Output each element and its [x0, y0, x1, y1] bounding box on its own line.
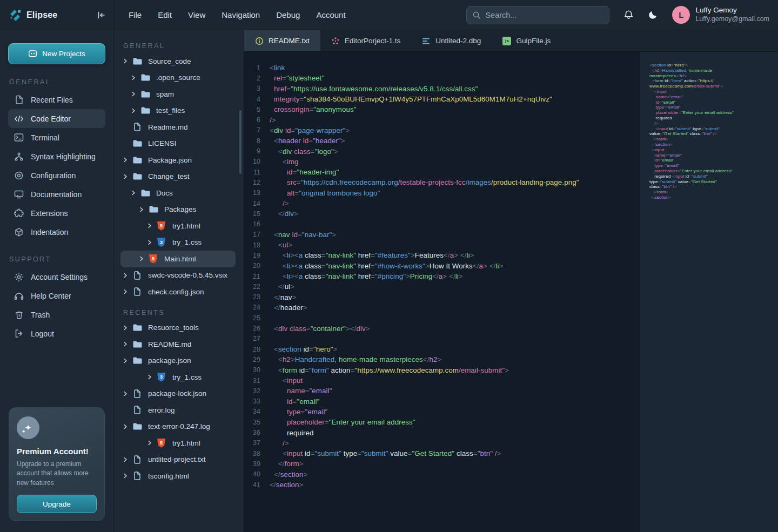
- chevron-right-icon[interactable]: [131, 91, 138, 97]
- tree-item-packages[interactable]: Packages: [120, 201, 236, 218]
- tree-item-package.json[interactable]: Package.json: [120, 152, 236, 169]
- chevron-right-icon[interactable]: [123, 174, 130, 179]
- line-number: 12: [244, 179, 260, 186]
- tree-item-untlited-project.txt[interactable]: untlited-project.txt: [120, 452, 236, 468]
- menu-item-navigation[interactable]: Navigation: [216, 7, 265, 23]
- folder-icon: [140, 73, 150, 82]
- sidebar-item-logout[interactable]: Logout: [8, 324, 105, 343]
- sidebar-item-extensions[interactable]: Extensions: [8, 204, 105, 223]
- new-projects-label: New Projects: [42, 50, 85, 58]
- chevron-right-icon[interactable]: [147, 374, 155, 380]
- tree-item-readme.md[interactable]: README.md: [120, 336, 236, 353]
- sidebar-item-indentation[interactable]: Indentation: [8, 223, 105, 241]
- code-text: rel="stylesheet": [270, 74, 324, 82]
- line-number: 31: [244, 377, 260, 385]
- chevron-right-icon[interactable]: [123, 289, 130, 294]
- chevron-right-icon[interactable]: [123, 341, 130, 347]
- sidebar-item-syntax-highlighting[interactable]: Syntax Highlighting: [8, 147, 105, 166]
- chevron-right-icon[interactable]: [123, 157, 130, 163]
- line-number: 14: [244, 200, 260, 207]
- sidebar-nav: GENERALRecent FilesCode EditorTerminalSy…: [0, 64, 113, 343]
- chevron-right-icon[interactable]: [123, 273, 130, 278]
- dark-mode-moon-icon[interactable]: [648, 10, 658, 20]
- tree-item-.open-source[interactable]: .open_source: [120, 70, 236, 86]
- tree-item-docs[interactable]: Docs: [120, 185, 236, 201]
- tree-item-resuorce-tools[interactable]: Resuorce_tools: [120, 320, 236, 336]
- chevron-right-icon[interactable]: [147, 240, 155, 245]
- chevron-right-icon[interactable]: [123, 325, 130, 331]
- tree-item-main.html[interactable]: 5Main.html: [120, 251, 236, 267]
- tab-untlited-2.dbg[interactable]: Untlited-2.dbg: [411, 30, 492, 51]
- chevron-right-icon[interactable]: [147, 223, 155, 228]
- tree-item-try1.html[interactable]: 5try1.html: [120, 435, 236, 452]
- chevron-right-icon[interactable]: [123, 358, 130, 363]
- search-input[interactable]: [485, 11, 593, 19]
- code-line: 10<img: [244, 157, 639, 167]
- chevron-right-icon[interactable]: [139, 256, 146, 261]
- chevron-right-icon[interactable]: [123, 424, 130, 429]
- chevron-right-icon[interactable]: [131, 190, 138, 196]
- collapse-sidebar-icon[interactable]: [96, 10, 106, 20]
- chevron-right-icon[interactable]: [131, 108, 138, 113]
- chevron-right-icon[interactable]: [123, 391, 130, 396]
- code-line: 29<h2>Handcrafted, home-made masterpiece…: [244, 354, 639, 365]
- sidebar-item-help-center[interactable]: Help Center: [8, 286, 105, 305]
- tree-item-text-error-0.247.log[interactable]: text-error-0.247.log: [120, 419, 236, 435]
- notifications-bell-icon[interactable]: [623, 10, 634, 20]
- tree-item-licensi[interactable]: LICENSI: [120, 136, 236, 152]
- tree-item-test-files[interactable]: test_files: [120, 103, 236, 119]
- sidebar-item-account-settings[interactable]: Account Settings: [8, 267, 105, 286]
- chevron-right-icon[interactable]: [123, 457, 130, 462]
- line-number: 17: [244, 231, 260, 238]
- minimap-line: www.freececamp.com/email-submit">: [649, 84, 773, 89]
- tab-gulpfile.js[interactable]: jsGulpFile.js: [492, 30, 561, 51]
- tree-item-label: untlited-project.txt: [148, 455, 206, 463]
- chevron-right-icon[interactable]: [139, 207, 146, 212]
- tree-item-check.config.json[interactable]: check.config.json: [120, 284, 236, 300]
- menu-item-debug[interactable]: Debug: [271, 7, 305, 23]
- tree-item-tsconfig.html[interactable]: tsconfig.html: [120, 468, 236, 484]
- sidebar-item-configuration[interactable]: Configuration: [8, 166, 105, 185]
- sidebar-item-trash[interactable]: Trash: [8, 305, 105, 324]
- tree-item-label: check.config.json: [148, 288, 204, 296]
- tree-item-swdc-vscode-0.5.45.vsix[interactable]: swdc-vscode-0.5.45.vsix: [120, 267, 236, 284]
- sidebar-item-terminal[interactable]: Terminal: [8, 128, 105, 147]
- sidebar-item-code-editor[interactable]: Code Editor: [8, 109, 105, 128]
- minimap[interactable]: <section id="hero"> <h2>Handcrafted, hom…: [639, 52, 778, 532]
- tree-item-package.json[interactable]: package.json: [120, 353, 236, 369]
- tree-item-try1.html[interactable]: 5try1.html: [120, 218, 236, 234]
- chevron-right-icon[interactable]: [147, 440, 155, 446]
- sidebar-item-label: Indentation: [31, 228, 68, 237]
- new-projects-button[interactable]: New Projects: [8, 43, 105, 64]
- sidebar-item-recent-files[interactable]: Recent Files: [8, 90, 105, 109]
- search-box[interactable]: [466, 6, 609, 24]
- sidebar-item-documentation[interactable]: Documentation: [8, 185, 105, 204]
- tree-item-package-lock.json[interactable]: package-lock.json: [120, 386, 236, 402]
- chevron-right-icon[interactable]: [123, 473, 130, 479]
- tree-item-change-test[interactable]: Change_test: [120, 169, 236, 185]
- line-number: 22: [244, 283, 260, 291]
- folder-icon: [132, 172, 142, 180]
- tab-editorporject-1.ts[interactable]: EditorPorject-1.ts: [320, 30, 412, 51]
- code-editor-area[interactable]: 1<link2rel="stylesheet"3href="https://us…: [244, 52, 639, 532]
- user-avatar[interactable]: L: [672, 6, 690, 24]
- explorer-scrollbar[interactable]: [239, 110, 242, 174]
- tree-item-source-code[interactable]: Source_code: [120, 53, 236, 70]
- chevron-right-icon[interactable]: [123, 58, 130, 64]
- menu-item-account[interactable]: Account: [311, 7, 351, 23]
- chevron-right-icon[interactable]: [131, 75, 138, 80]
- upgrade-button[interactable]: Upgrade: [17, 495, 97, 513]
- minimap-line: placeholder="Enter your email address": [649, 110, 773, 116]
- menu-item-view[interactable]: View: [183, 7, 211, 23]
- tab-readme.txt[interactable]: README.txt: [244, 30, 320, 51]
- tree-item-try-1.css[interactable]: 3try_1.css: [120, 369, 236, 386]
- tree-item-spam[interactable]: spam: [120, 86, 236, 103]
- code-text: <div id="page-wrapper">: [270, 126, 350, 134]
- tree-item-error.log[interactable]: error.log: [120, 402, 236, 419]
- code-line: 19<li><a class="nav-link" href="#feature…: [244, 250, 639, 260]
- minimap-line: </section>: [649, 142, 773, 147]
- menu-item-file[interactable]: File: [123, 7, 147, 23]
- tree-item-readme.md[interactable]: Readme.md: [120, 119, 236, 136]
- menu-item-edit[interactable]: Edit: [152, 7, 177, 23]
- tree-item-try-1.css[interactable]: 3try_1.css: [120, 234, 236, 251]
